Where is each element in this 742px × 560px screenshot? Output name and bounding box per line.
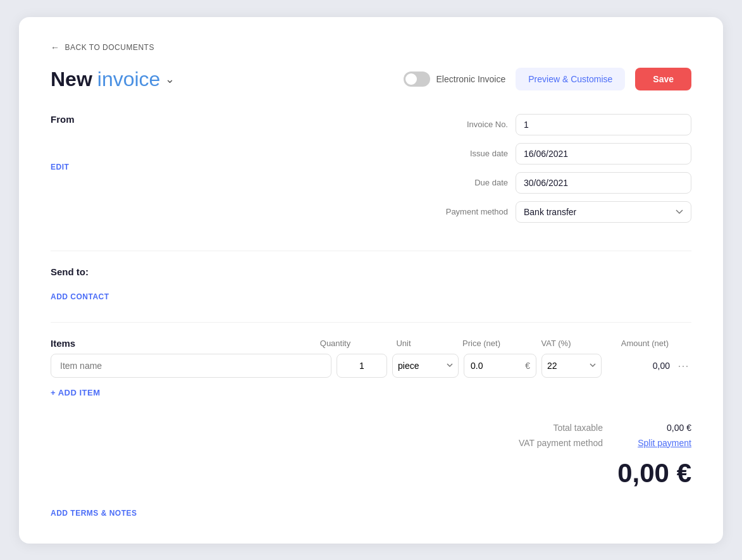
title-invoice: invoice [97, 68, 161, 91]
due-date-row: Due date [426, 172, 691, 194]
col-vat-header: VAT (%) [524, 339, 588, 348]
edit-link[interactable]: EDIT [51, 163, 400, 171]
send-to-label: Send to: [51, 266, 691, 277]
save-button[interactable]: Save [635, 68, 691, 90]
header-actions: Electronic Invoice Preview & Customise S… [404, 68, 691, 90]
invoice-card: ← BACK TO DOCUMENTS New invoice ⌄ Electr… [19, 17, 723, 544]
add-terms-button[interactable]: ADD TERMS & NOTES [51, 509, 137, 518]
vat-method-row: VAT payment method Split payment [51, 438, 691, 448]
invoice-no-input[interactable] [516, 114, 691, 135]
add-item-button[interactable]: + ADD ITEM [51, 383, 101, 402]
due-date-label: Due date [426, 178, 508, 187]
issue-date-row: Issue date [426, 143, 691, 165]
col-quantity-header: Quantity [307, 339, 364, 348]
electronic-invoice-toggle[interactable] [404, 72, 430, 87]
vat-payment-method-label: VAT payment method [489, 438, 603, 448]
col-amount-header: Amount (net) [593, 339, 669, 348]
item-more-icon[interactable]: ⋯ [675, 359, 691, 373]
invoice-no-label: Invoice No. [426, 120, 508, 129]
col-unit-header: Unit [369, 339, 438, 348]
back-link[interactable]: ← BACK TO DOCUMENTS [51, 42, 691, 53]
issue-date-label: Issue date [426, 149, 508, 158]
table-row: piece hour kg m l € 22 0 4 10 0,00 ⋯ [51, 354, 691, 378]
from-label: From [51, 114, 400, 125]
total-taxable-row: Total taxable 0,00 € [51, 423, 691, 433]
payment-method-select[interactable]: Bank transfer Credit card Cash Check [516, 201, 691, 223]
grand-total-value: 0,00 € [617, 458, 691, 488]
preview-customise-button[interactable]: Preview & Customise [516, 68, 625, 90]
back-arrow-icon: ← [51, 42, 60, 53]
from-left-col: From EDIT [51, 114, 400, 230]
chevron-down-icon[interactable]: ⌄ [165, 72, 175, 86]
items-section: Items Quantity Unit Price (net) VAT (%) … [51, 338, 691, 402]
due-date-input[interactable] [516, 172, 691, 194]
title-new: New [51, 68, 92, 91]
issue-date-input[interactable] [516, 143, 691, 165]
items-header-row: Items Quantity Unit Price (net) VAT (%) … [51, 338, 691, 349]
footer: ADD TERMS & NOTES [51, 488, 691, 518]
currency-symbol: € [525, 361, 530, 371]
col-price-header: Price (net) [443, 339, 519, 348]
add-contact-button[interactable]: ADD CONTACT [51, 292, 109, 301]
items-title: Items [51, 338, 302, 349]
back-link-label: BACK TO DOCUMENTS [65, 43, 154, 52]
item-vat-select[interactable]: 22 0 4 10 [541, 354, 602, 378]
item-amount: 0,00 [607, 361, 670, 371]
total-taxable-value: 0,00 € [628, 423, 691, 433]
invoice-no-row: Invoice No. [426, 114, 691, 135]
total-taxable-label: Total taxable [489, 423, 603, 433]
invoice-details-col: Invoice No. Issue date Due date Payment … [426, 114, 691, 230]
split-payment-link[interactable]: Split payment [628, 438, 691, 448]
toggle-label: Electronic Invoice [436, 74, 506, 84]
payment-method-label: Payment method [426, 207, 508, 216]
header-row: New invoice ⌄ Electronic Invoice Preview… [51, 68, 691, 91]
totals-section: Total taxable 0,00 € VAT payment method … [51, 423, 691, 488]
divider-2 [51, 322, 691, 323]
electronic-invoice-toggle-area: Electronic Invoice [404, 72, 506, 87]
item-price-wrapper: € [464, 354, 536, 378]
from-section: From EDIT Invoice No. Issue date Due dat… [51, 114, 691, 230]
payment-method-row: Payment method Bank transfer Credit card… [426, 201, 691, 223]
item-unit-select[interactable]: piece hour kg m l [392, 354, 459, 378]
item-name-input[interactable] [51, 354, 331, 378]
title-area: New invoice ⌄ [51, 68, 175, 91]
divider-1 [51, 251, 691, 251]
grand-total-row: 0,00 € [51, 458, 691, 488]
send-to-section: Send to: ADD CONTACT [51, 266, 691, 302]
item-quantity-input[interactable] [337, 354, 387, 378]
